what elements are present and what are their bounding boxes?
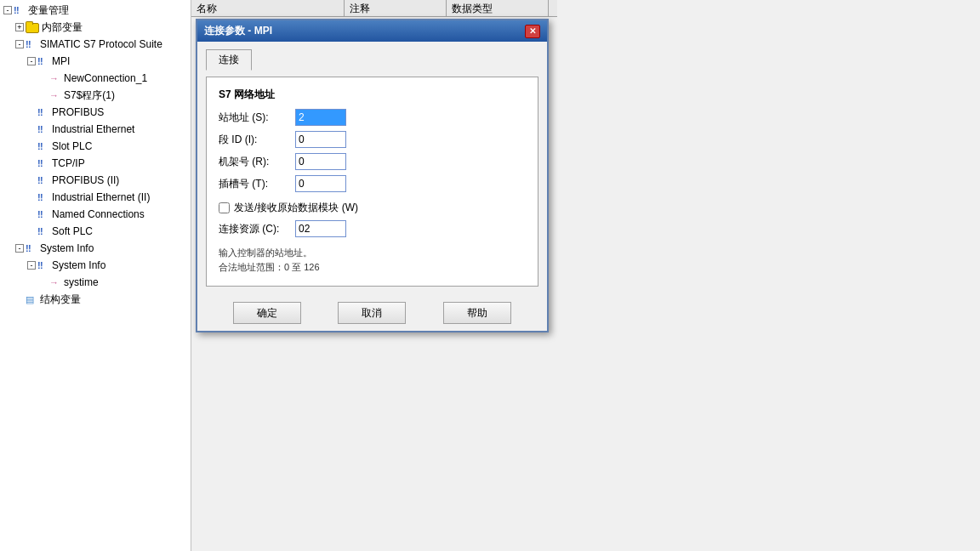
form-row-station: 站地址 (S): — [219, 109, 526, 126]
softplc-icon — [37, 225, 49, 237]
sidebar-item-internal-vars[interactable]: + 内部变量 — [0, 19, 191, 36]
checkbox-row: 发送/接收原始数据模块 (W) — [219, 201, 526, 215]
sidebar-item-slot-plc[interactable]: Slot PLC — [0, 138, 191, 155]
checkbox-label: 发送/接收原始数据模块 (W) — [234, 201, 358, 215]
sidebar-item-industrial-ethernet[interactable]: Industrial Ethernet — [0, 121, 191, 138]
sidebar-item-struct-vars[interactable]: 结构变量 — [0, 291, 191, 308]
sidebar-item-named-connections[interactable]: Named Connections — [0, 206, 191, 223]
hint-line2: 合法地址范围：0 至 126 — [219, 260, 526, 275]
ie2-icon — [37, 191, 49, 203]
sv-icon — [26, 293, 37, 305]
table-header: 名称 注释 数据类型 — [191, 0, 557, 17]
tcp-icon — [37, 157, 49, 169]
rack-num-input[interactable] — [295, 153, 346, 170]
sidebar-item-system-info-child[interactable]: - System Info — [0, 257, 191, 274]
form-row-segment: 段 ID (I): — [219, 131, 526, 148]
mpi-expand[interactable]: - — [27, 57, 36, 65]
hint-line1: 输入控制器的站地址。 — [219, 246, 526, 260]
s7p-label: S7$程序(1) — [64, 88, 115, 103]
root-icon — [14, 4, 26, 16]
sidebar-item-mpi[interactable]: - MPI — [0, 53, 191, 70]
section-title: S7 网络地址 — [219, 88, 526, 102]
mpi-label: MPI — [52, 54, 70, 69]
sidebar-item-industrial-ethernet-ii[interactable]: Industrial Ethernet (II) — [0, 189, 191, 206]
si-root-icon — [26, 242, 37, 254]
dialog-title: 连接参数 - MPI — [204, 24, 272, 38]
hint-area: 输入控制器的站地址。 合法地址范围：0 至 126 — [219, 246, 526, 274]
tree-root[interactable]: - 变量管理 — [0, 2, 191, 19]
sidebar-item-profibus[interactable]: PROFIBUS — [0, 104, 191, 121]
si-child-icon — [37, 259, 49, 271]
form-row-rack: 机架号 (R): — [219, 153, 526, 170]
dialog-titlebar: 连接参数 - MPI ✕ — [197, 20, 547, 42]
simatic-expand[interactable]: - — [15, 40, 24, 48]
rack-label: 机架号 (R): — [219, 155, 295, 169]
segment-id-input[interactable] — [295, 131, 346, 148]
slot-num-input[interactable] — [295, 175, 346, 192]
dialog-body: 连接 S7 网络地址 站地址 (S): 段 ID (I): 机架号 (R): — [197, 42, 547, 295]
simatic-label: SIMATIC S7 Protocol Suite — [40, 37, 162, 52]
softplc-label: Soft PLC — [52, 224, 93, 239]
root-expand[interactable]: - — [3, 6, 12, 14]
raw-data-checkbox[interactable] — [219, 202, 230, 213]
sidebar-item-systime[interactable]: systime — [0, 274, 191, 291]
internal-vars-icon — [26, 21, 39, 33]
left-panel: - 变量管理 + 内部变量 - SIMATIC S7 Protocol Suit… — [0, 0, 191, 551]
ok-button[interactable]: 确定 — [233, 302, 301, 324]
pf2-icon — [37, 174, 49, 186]
connection-params-dialog: 连接参数 - MPI ✕ 连接 S7 网络地址 站地址 (S): 段 ID (I… — [196, 19, 549, 332]
col-name: 名称 — [191, 0, 345, 16]
nc2-icon — [37, 208, 49, 220]
pf-icon — [37, 106, 49, 118]
nc2-label: Named Connections — [52, 207, 145, 222]
form-row-slot: 插槽号 (T): — [219, 175, 526, 192]
tcp-label: TCP/IP — [52, 156, 85, 171]
st-icon — [49, 276, 61, 288]
sidebar-item-system-info-root[interactable]: - System Info — [0, 240, 191, 257]
sp-icon — [37, 140, 49, 152]
dialog-footer: 确定 取消 帮助 — [197, 295, 547, 331]
form-row-conn-source: 连接资源 (C): — [219, 220, 526, 237]
segment-label: 段 ID (I): — [219, 133, 295, 147]
cancel-button[interactable]: 取消 — [338, 302, 406, 324]
conn-source-label: 连接资源 (C): — [219, 222, 295, 236]
sidebar-item-new-connection[interactable]: NewConnection_1 — [0, 70, 191, 87]
ie-label: Industrial Ethernet — [52, 122, 134, 137]
nc-icon — [49, 72, 61, 84]
sidebar-item-profibus-ii[interactable]: PROFIBUS (II) — [0, 172, 191, 189]
si-child-label: System Info — [52, 258, 105, 273]
dialog-close-button[interactable]: ✕ — [525, 25, 540, 38]
col-comment: 注释 — [345, 0, 447, 16]
conn-source-input[interactable] — [295, 220, 346, 237]
ie2-label: Industrial Ethernet (II) — [52, 190, 150, 205]
variable-tree: - 变量管理 + 内部变量 - SIMATIC S7 Protocol Suit… — [0, 0, 191, 310]
sidebar-item-soft-plc[interactable]: Soft PLC — [0, 223, 191, 240]
internal-vars-expand[interactable]: + — [15, 23, 24, 31]
station-label: 站地址 (S): — [219, 111, 295, 125]
sv-label: 结构变量 — [40, 292, 81, 307]
st-label: systime — [64, 275, 99, 290]
root-label: 变量管理 — [28, 3, 69, 18]
pf-label: PROFIBUS — [52, 105, 104, 120]
help-button[interactable]: 帮助 — [443, 302, 511, 324]
sidebar-item-simatic-s7[interactable]: - SIMATIC S7 Protocol Suite — [0, 36, 191, 53]
sidebar-item-tcp-ip[interactable]: TCP/IP — [0, 155, 191, 172]
nc-label: NewConnection_1 — [64, 71, 147, 86]
internal-vars-label: 内部变量 — [42, 20, 83, 35]
s7p-icon — [49, 89, 61, 101]
slot-label: 插槽号 (T): — [219, 177, 295, 191]
pf2-label: PROFIBUS (II) — [52, 173, 119, 188]
si-root-label: System Info — [40, 241, 94, 256]
mpi-icon — [37, 55, 49, 67]
dialog-content-panel: S7 网络地址 站地址 (S): 段 ID (I): 机架号 (R): 插槽号 … — [206, 77, 538, 287]
sidebar-item-s7-program[interactable]: S7$程序(1) — [0, 87, 191, 104]
si-root-expand[interactable]: - — [15, 244, 24, 253]
station-addr-input[interactable] — [295, 109, 346, 126]
ie-icon — [37, 123, 49, 135]
col-datatype: 数据类型 — [447, 0, 549, 16]
sp-label: Slot PLC — [52, 139, 92, 154]
si-child-expand[interactable]: - — [27, 261, 36, 270]
tab-bar: 连接 — [206, 48, 538, 70]
simatic-icon — [26, 38, 37, 50]
tab-connection[interactable]: 连接 — [206, 49, 252, 71]
